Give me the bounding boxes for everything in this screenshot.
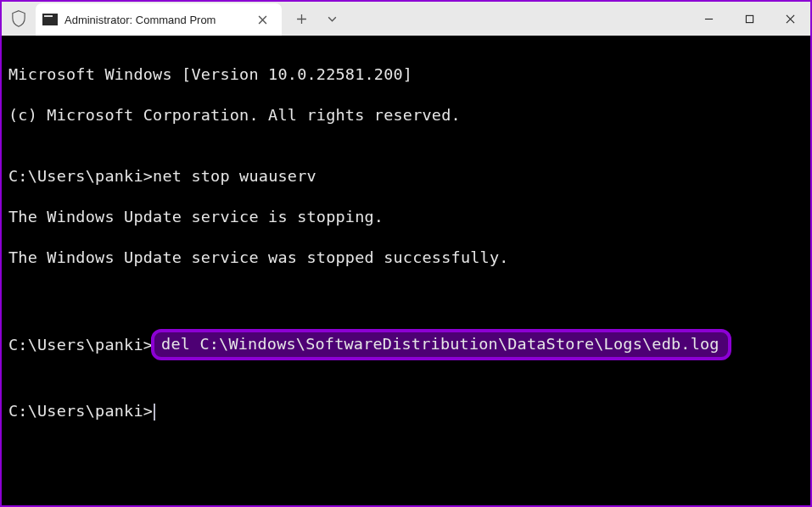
output-line: (c) Microsoft Corporation. All rights re…: [8, 105, 804, 125]
highlight-annotation: del C:\Windows\SoftwareDistribution\Data…: [151, 329, 731, 360]
new-tab-button[interactable]: [287, 5, 316, 32]
terminal-output[interactable]: Microsoft Windows [Version 10.0.22581.20…: [2, 36, 810, 505]
output-line: Microsoft Windows [Version 10.0.22581.20…: [8, 64, 804, 85]
output-line: The Windows Update service was stopped s…: [8, 248, 804, 268]
tab-close-button[interactable]: [251, 8, 273, 31]
close-button[interactable]: [770, 2, 810, 36]
prompt-text: C:\Users\panki>: [8, 335, 153, 355]
titlebar: Administrator: Command Prom: [2, 2, 810, 36]
prompt-text: C:\Users\panki>: [8, 402, 153, 420]
command-text: net stop wuauserv: [153, 167, 316, 185]
command-text: del C:\Windows\SoftwareDistribution\Data…: [161, 335, 720, 353]
prompt-text: C:\Users\panki>: [8, 167, 153, 185]
tab-actions: [287, 2, 346, 36]
current-prompt-line: C:\Users\panki>: [8, 401, 804, 421]
command-line: C:\Users\panki>net stop wuauserv: [8, 166, 804, 187]
cmd-icon: [42, 14, 58, 25]
shield-icon: [2, 2, 36, 36]
tab-dropdown-button[interactable]: [317, 5, 346, 32]
maximize-button[interactable]: [729, 2, 770, 36]
svg-rect-0: [746, 15, 753, 22]
tab-title: Administrator: Command Prom: [64, 14, 246, 26]
active-tab[interactable]: Administrator: Command Prom: [36, 3, 282, 36]
minimize-button[interactable]: [688, 2, 729, 36]
output-line: The Windows Update service is stopping.: [8, 207, 804, 227]
window-controls: [688, 2, 810, 36]
cursor-icon: [154, 404, 155, 421]
app-window: Administrator: Command Prom: [0, 0, 812, 507]
highlighted-command-line: C:\Users\panki>del C:\Windows\SoftwareDi…: [8, 329, 804, 360]
